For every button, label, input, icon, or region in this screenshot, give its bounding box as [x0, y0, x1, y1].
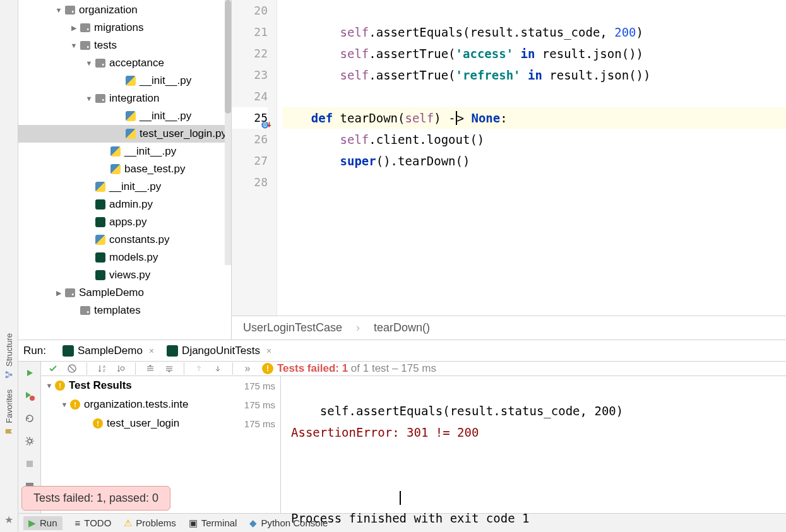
chevron-down-icon[interactable]: ▼ — [69, 42, 79, 49]
line-number[interactable]: 27 — [232, 150, 268, 172]
code-line[interactable] — [282, 0, 786, 21]
tree-node[interactable]: ▶apps.py — [18, 213, 231, 231]
run-icon: ▶ — [28, 517, 36, 529]
chevron-right-icon[interactable]: ▶ — [69, 24, 79, 32]
terminal-tool-tab[interactable]: ▣Terminal — [189, 517, 237, 529]
chevron-down-icon[interactable]: ▼ — [59, 401, 70, 408]
python-icon: ◆ — [249, 517, 257, 529]
close-icon[interactable]: × — [149, 346, 154, 356]
tree-node[interactable]: ▼tests — [18, 37, 231, 54]
structure-tab[interactable]: Structure — [2, 328, 16, 384]
tree-node[interactable]: ▶__init__.py — [18, 178, 231, 196]
sort-duration-button[interactable] — [114, 362, 128, 375]
todo-tool-tab[interactable]: ≡TODO — [75, 517, 112, 528]
tree-node-label: integration — [109, 92, 159, 105]
test-tree-row[interactable]: ▼!organization.tests.inte175 ms — [41, 395, 280, 414]
folder-icon — [64, 288, 76, 297]
tree-node[interactable]: ▼acceptance — [18, 54, 231, 72]
chevron-down-icon[interactable]: ▼ — [84, 95, 94, 102]
terminal-icon: ▣ — [189, 517, 198, 529]
project-tree[interactable]: ▼organization▶migrations▼tests▼acceptanc… — [18, 0, 232, 340]
code-line[interactable] — [282, 86, 786, 107]
svg-text:O: O — [263, 122, 266, 128]
rerun-failed-button[interactable] — [22, 388, 37, 403]
code-line[interactable]: super().tearDown() — [282, 150, 786, 172]
line-number[interactable]: 20 — [232, 0, 268, 21]
more-button[interactable]: » — [241, 362, 254, 375]
test-console[interactable]: self.assertEquals(result.status_code, 20… — [281, 376, 786, 532]
code-line[interactable]: self.assertTrue('access' in result.json(… — [282, 43, 786, 64]
sort-alpha-button[interactable]: AZ — [95, 362, 109, 375]
tree-node[interactable]: ▶views.py — [18, 266, 231, 284]
next-failed-button[interactable] — [211, 362, 225, 375]
code-line[interactable]: def tearDown(self) -> None: — [282, 107, 786, 129]
line-number[interactable]: 22 — [232, 43, 268, 64]
code-editor[interactable]: self.assertEquals(result.status_code, 20… — [277, 0, 786, 316]
folder-icon — [94, 59, 107, 68]
star-icon[interactable]: ★ — [4, 514, 13, 526]
favorites-tab-label: Favorites — [4, 389, 14, 423]
svg-rect-7 — [27, 461, 33, 467]
close-icon[interactable]: × — [266, 346, 271, 356]
chevron-right-icon[interactable]: ▶ — [54, 289, 64, 297]
console-line: self.assertEquals(result.status_code, 20… — [291, 404, 623, 418]
line-number[interactable]: 24 — [232, 86, 268, 107]
left-tool-sidebar: Structure Favorites ★ — [0, 0, 18, 532]
tree-node-label: templates — [94, 304, 141, 317]
code-line[interactable]: self.client.logout() — [282, 129, 786, 150]
tree-node[interactable]: ▼organization — [18, 1, 231, 19]
tree-node[interactable]: ▶__init__.py — [18, 107, 231, 125]
chevron-down-icon[interactable]: ▼ — [44, 382, 55, 389]
warning-icon: ⚠ — [124, 517, 132, 529]
override-method-icon[interactable]: O — [261, 116, 272, 127]
editor-gutter[interactable]: O 202122232425262728 — [232, 0, 277, 316]
tree-node[interactable]: ▶migrations — [18, 19, 231, 37]
show-passed-button[interactable] — [46, 362, 60, 375]
run-tool-tab[interactable]: ▶Run — [23, 516, 63, 530]
test-tree-row[interactable]: ▼!Test Results175 ms — [41, 376, 280, 395]
problems-tool-tab[interactable]: ⚠Problems — [124, 517, 176, 529]
rerun-button[interactable] — [22, 365, 37, 381]
tree-node[interactable]: ▶models.py — [18, 249, 231, 266]
code-line[interactable] — [282, 172, 786, 193]
tree-node[interactable]: ▶base_test.py — [18, 160, 231, 178]
status-failed-text: Tests failed: 1 — [277, 362, 348, 374]
line-number[interactable]: 21 — [232, 21, 268, 43]
code-line[interactable]: self.assertTrue('refresh' in result.json… — [282, 64, 786, 86]
tree-node-label: organization — [79, 4, 138, 16]
tree-node[interactable]: ▶SampleDemo — [18, 284, 231, 302]
line-number[interactable]: 23 — [232, 64, 268, 86]
prev-failed-button[interactable] — [192, 362, 206, 375]
favorites-tab[interactable]: Favorites — [2, 384, 16, 440]
test-tree-row[interactable]: !test_user_login175 ms — [41, 414, 280, 433]
chevron-down-icon[interactable]: ▼ — [84, 59, 94, 67]
show-ignored-button[interactable] — [65, 362, 79, 375]
line-number[interactable]: 28 — [232, 172, 268, 193]
tree-node[interactable]: ▼integration — [18, 90, 231, 107]
tree-node[interactable]: ▶admin.py — [18, 196, 231, 213]
breadcrumb-class[interactable]: UserLoginTestCase — [243, 321, 342, 334]
tree-node[interactable]: ▶__init__.py — [18, 143, 231, 160]
tree-scrollbar[interactable] — [225, 0, 231, 265]
chevron-down-icon[interactable]: ▼ — [54, 6, 64, 14]
test-result-toast[interactable]: Tests failed: 1, passed: 0 — [21, 486, 170, 511]
breadcrumb-method[interactable]: tearDown() — [374, 321, 430, 334]
collapse-all-button[interactable] — [162, 362, 176, 375]
console-line: Process finished with exit code 1 — [291, 511, 530, 525]
settings-button[interactable] — [22, 434, 37, 449]
tree-node[interactable]: ▶templates — [18, 302, 231, 319]
tree-node[interactable]: ▶constants.py — [18, 231, 231, 249]
tree-node-label: __init__.py — [140, 74, 191, 87]
django-file-icon — [94, 199, 107, 210]
expand-all-button[interactable] — [143, 362, 157, 375]
run-config-tab[interactable]: SampleDemo× — [56, 340, 160, 361]
toggle-auto-test-button[interactable] — [22, 411, 37, 426]
code-line[interactable]: self.assertEquals(result.status_code, 20… — [282, 21, 786, 43]
tree-node[interactable]: ▶test_user_login.py — [18, 125, 231, 143]
tree-node[interactable]: ▶__init__.py — [18, 72, 231, 90]
run-config-tab[interactable]: DjangoUnitTests× — [160, 340, 278, 361]
stop-button[interactable] — [22, 456, 37, 471]
line-number[interactable]: 26 — [232, 129, 268, 150]
tree-node-label: constants.py — [109, 233, 169, 246]
python-file-icon — [94, 235, 107, 245]
